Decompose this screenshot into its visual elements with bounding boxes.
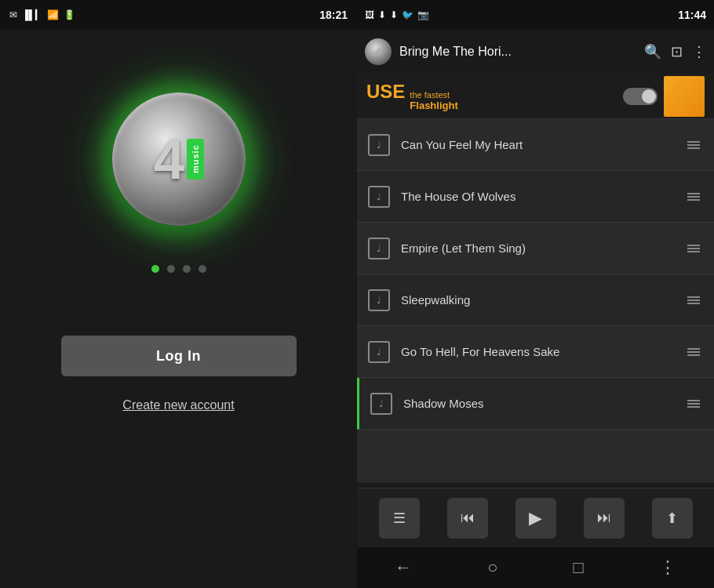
track-name-5: Go To Hell, For Heavens Sake [401,345,684,358]
app-logo: 4 music [112,93,246,226]
photo-icon: 🖼 [365,9,374,20]
camera-icon: 📷 [417,9,429,20]
track-icon-6: ♩ [370,393,392,415]
search-icon[interactable]: 🔍 [644,43,661,60]
track-menu-3[interactable] [684,241,703,256]
wifi-icon: 📶 [47,9,59,20]
gmail-icon: ✉ [9,9,17,20]
page-dots [151,265,206,273]
track-row-4[interactable]: ♩ Sleepwalking [357,274,714,326]
track-menu-6[interactable] [684,397,703,411]
home-nav-button[interactable]: ○ [475,551,510,584]
track-icon-3: ♩ [368,238,390,260]
ad-toggle-knob [642,89,656,103]
track-name-1: Can You Feel My Heart [401,138,684,151]
left-status-icons: ✉ ▐▌▎ 📶 🔋 [9,9,75,20]
track-row-5[interactable]: ♩ Go To Hell, For Heavens Sake [357,326,714,378]
next-button[interactable]: ⏭ [584,498,625,539]
left-panel: ✉ ▐▌▎ 📶 🔋 18:21 4 music Log In Create ne… [0,0,357,588]
left-time: 18:21 [319,9,348,21]
right-status-icons: 🖼 ⬇ ⬇ 🐦 📷 [365,9,429,20]
prev-icon: ⏮ [461,510,475,526]
logo-number: 4 [153,131,184,187]
track-name-3: Empire (Let Them Sing) [401,241,684,255]
ad-toggle[interactable] [623,88,658,105]
ad-content: USE the fastest Flashlight [357,76,714,117]
ad-banner[interactable]: USE the fastest Flashlight [357,74,714,119]
more-vert-icon[interactable]: ⋮ [692,43,706,60]
ad-image [664,76,705,117]
signal-icon: ▐▌▎ [22,9,42,20]
dot-3 [183,265,191,273]
app-header: 4 Bring Me The Hori... 🔍 ⊡ ⋮ [357,30,714,74]
left-status-bar: ✉ ▐▌▎ 📶 🔋 18:21 [0,0,357,30]
track-menu-1[interactable] [684,138,703,152]
playlist-button[interactable]: ☰ [379,498,420,539]
track-icon-1: ♩ [368,134,390,156]
nav-more-button[interactable]: ⋮ [647,551,689,584]
track-row-3[interactable]: ♩ Empire (Let Them Sing) [357,223,714,274]
track-name-4: Sleepwalking [401,293,684,307]
track-menu-5[interactable] [684,345,703,359]
back-nav-button[interactable]: ← [382,551,424,584]
track-icon-4: ♩ [368,289,390,311]
dot-2 [167,265,175,273]
right-panel: 🖼 ⬇ ⬇ 🐦 📷 11:44 4 Bring Me The Hori... 🔍… [357,0,714,588]
track-icon-2: ♩ [368,186,390,208]
cast-icon[interactable]: ⊡ [671,43,683,60]
nav-bar: ← ○ □ ⋮ [357,547,714,588]
next-icon: ⏭ [597,510,611,526]
app-logo-number: 4 [375,45,381,58]
progress-bar[interactable] [357,483,714,488]
share-icon: ⬆ [666,510,678,527]
play-button[interactable]: ▶ [515,498,556,539]
dot-1 [151,265,159,273]
track-row-6[interactable]: ♩ Shadow Moses [357,378,714,430]
track-name-2: The House Of Wolves [401,190,684,203]
logo-inner: 4 music [153,131,203,187]
share-button[interactable]: ⬆ [652,498,693,539]
ad-use-text: USE [366,81,405,103]
track-icon-5: ♩ [368,341,390,363]
track-name-6: Shadow Moses [403,397,684,410]
track-row-2[interactable]: ♩ The House Of Wolves [357,171,714,223]
player-controls: ☰ ⏮ ▶ ⏭ ⬆ [357,488,714,547]
app-logo-small: 4 [365,38,392,65]
right-status-bar: 🖼 ⬇ ⬇ 🐦 📷 11:44 [357,0,714,30]
logo-area: 4 music [112,93,246,226]
download2-icon: ⬇ [390,9,398,20]
app-title: Bring Me The Hori... [399,45,636,59]
create-account-button[interactable]: Create new account [122,398,234,412]
track-menu-2[interactable] [684,190,703,204]
track-row-1[interactable]: ♩ Can You Feel My Heart [357,119,714,171]
ad-text: USE the fastest Flashlight [366,81,617,111]
header-icons: 🔍 ⊡ ⋮ [644,43,706,60]
recents-nav-button[interactable]: □ [561,551,596,584]
download1-icon: ⬇ [378,9,386,20]
playlist-icon: ☰ [393,510,406,527]
dot-4 [199,265,206,273]
play-icon: ▶ [529,508,542,528]
right-time: 11:44 [678,9,706,21]
ad-flashlight-text: Flashlight [410,100,457,111]
ad-sub-text: the fastest [410,90,457,100]
logo-badge: music [187,139,204,180]
login-button[interactable]: Log In [61,336,297,376]
twitter-icon: 🐦 [402,9,413,20]
track-list: ♩ Can You Feel My Heart ♩ The House Of W… [357,119,714,483]
battery-icon: 🔋 [64,9,75,20]
prev-button[interactable]: ⏮ [447,498,488,539]
track-menu-4[interactable] [684,293,703,307]
